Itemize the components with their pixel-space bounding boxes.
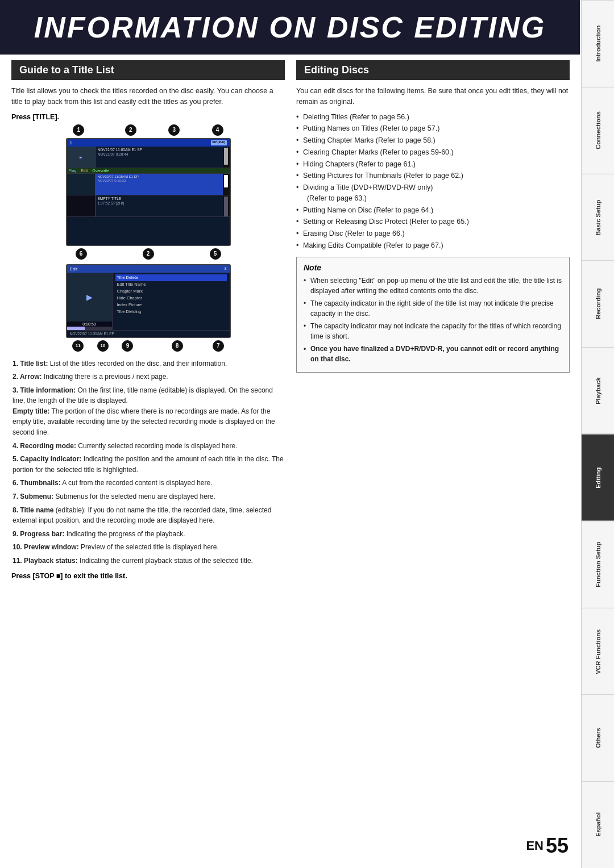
tab-introduction[interactable]: Introduction <box>582 0 614 87</box>
right-column: Editing Discs You can edit discs for the… <box>296 60 570 580</box>
tab-recording[interactable]: Recording <box>582 260 614 347</box>
numbered-descriptions: 1. Title list: List of the titles record… <box>11 358 285 566</box>
page-title: INFORMATION ON DISC EDITING <box>11 10 569 44</box>
action-row: Play Edit Overwrite <box>67 168 230 174</box>
menu-item-edit-title-name[interactable]: Edit Title Name <box>115 281 227 288</box>
tab-others[interactable]: Others <box>582 694 614 781</box>
title-list-item-1: ▶ NOV21/07 11:00AM E1 SP NOV21/07 0:20:4… <box>67 147 230 168</box>
bottom-labels-edit-screen: 11 10 9 8 7 <box>66 338 231 352</box>
note-1: The capacity indicator in the right side… <box>304 298 562 319</box>
edit-body: ▶ 0:00:59 Title Delete Edit Title Name <box>67 273 230 330</box>
label-2: 2 <box>125 124 136 136</box>
note-3: Once you have finalized a DVD+R/DVD-R, y… <box>304 344 562 364</box>
left-intro-text: Title list allows you to check the title… <box>11 86 285 107</box>
note-list: When selecting "Edit" on pop-up menu of … <box>304 276 562 364</box>
menu-item-title-delete[interactable]: Title Delete <box>115 274 227 281</box>
press-stop-instruction: Press [STOP ■] to exit the title list. <box>11 572 285 580</box>
label-7: 7 <box>213 340 224 352</box>
tab-function-setup[interactable]: Function Setup <box>582 521 614 608</box>
thumb-2 <box>67 174 96 195</box>
edit-menu: Title Delete Edit Title Name Chapter Mar… <box>113 273 230 330</box>
edit-inner: Edit 3 ▶ 0:00:59 <box>67 265 230 337</box>
tv-screen-title-list: 1 SP (2Hr) ▶ NOV21/07 11:00AM E1 SP NOV2… <box>66 138 231 246</box>
label-2b: 2 <box>143 248 154 260</box>
bullet-9: Erasing Disc (Refer to page 66.) <box>296 228 570 239</box>
note-title: Note <box>304 263 562 272</box>
label-5: 5 <box>210 248 221 260</box>
menu-item-index-picture[interactable]: Index Picture <box>115 302 227 308</box>
menu-item-chapter-mark[interactable]: Chapter Mark <box>115 288 227 295</box>
left-section-heading: Guide to a Title List <box>11 60 285 80</box>
edit-header: Edit 3 <box>67 265 230 273</box>
side-tabs: Introduction Connections Basic Setup Rec… <box>581 0 614 868</box>
main-content: Guide to a Title List Title list allows … <box>0 60 581 597</box>
label-11: 11 <box>72 340 84 352</box>
desc-5: 5. Capacity indicator: Indicating the po… <box>11 454 285 475</box>
tab-editing[interactable]: Editing <box>582 434 614 521</box>
label-3: 3 <box>168 124 180 136</box>
title-list-item-3: EMPTY TITLE 1:37:52 SP(2Hr) <box>67 195 230 217</box>
bullet-5: Setting Pictures for Thumbnails (Refer t… <box>296 170 570 181</box>
tv-inner: 1 SP (2Hr) ▶ NOV21/07 11:00AM E1 SP NOV2… <box>67 139 230 245</box>
label-6: 6 <box>76 248 87 260</box>
left-column: Guide to a Title List Title list allows … <box>11 60 285 580</box>
desc-3: 3. Title information: On the first line,… <box>11 385 285 438</box>
tab-basic-setup[interactable]: Basic Setup <box>582 174 614 261</box>
tab-playback[interactable]: Playback <box>582 347 614 434</box>
right-section-heading: Editing Discs <box>296 60 570 80</box>
page-footer: EN 55 <box>526 834 569 858</box>
bullet-1: Putting Names on Titles (Refer to page 5… <box>296 123 570 134</box>
desc-10: 10. Preview window: Preview of the selec… <box>11 542 285 553</box>
footer-page-number: 55 <box>546 834 569 858</box>
editing-bullets: Deleting Titles (Refer to page 56.) Putt… <box>296 112 570 251</box>
bullet-6: Dividing a Title (DVD+RW/DVD-RW only) (R… <box>296 182 570 204</box>
desc-8: 8. Title name (editable): If you do not … <box>11 505 285 526</box>
cap-1 <box>223 147 230 168</box>
bullet-0: Deleting Titles (Refer to page 56.) <box>296 112 570 123</box>
desc-2: 2. Arrow: Indicating there is a previous… <box>11 372 285 382</box>
bullet-8: Setting or Releasing Disc Protect (Refer… <box>296 216 570 227</box>
label-8: 8 <box>172 340 183 352</box>
label-9: 9 <box>122 340 133 352</box>
desc-4: 4. Recording mode: Currently selected re… <box>11 441 285 452</box>
desc-6: 6. Thumbnails: A cut from the recorded c… <box>11 478 285 489</box>
tab-espanol[interactable]: Español <box>582 781 614 868</box>
title-list-item-2: NOV22/07 11:35AM E1 EP NOV22/07 0:10:33 <box>67 174 230 195</box>
menu-item-title-dividing[interactable]: Title Dividing <box>115 308 227 315</box>
bullet-3: Clearing Chapter Marks (Refer to pages 5… <box>296 147 570 158</box>
progress-bar <box>67 327 112 330</box>
progress-fill <box>67 327 85 330</box>
edit-screen: Edit 3 ▶ 0:00:59 <box>66 264 231 338</box>
page-header: INFORMATION ON DISC EDITING <box>0 0 580 55</box>
thumb-3 <box>67 195 96 216</box>
desc-7: 7. Submenu: Submenus for the selected me… <box>11 491 285 502</box>
desc-11: 11. Playback status: Indicating the curr… <box>11 556 285 566</box>
footer-en-label: EN <box>526 838 544 853</box>
label-4: 4 <box>212 124 223 136</box>
right-intro-text: You can edit discs for the following ite… <box>296 86 570 107</box>
press-title-instruction: Press [TITLE]. <box>11 113 285 121</box>
info-3: EMPTY TITLE 1:37:52 SP(2Hr) <box>96 195 223 216</box>
tab-vcr-functions[interactable]: VCR Functions <box>582 608 614 695</box>
preview-img: ▶ <box>67 273 112 322</box>
info-2: NOV22/07 11:35AM E1 EP NOV22/07 0:10:33 <box>96 174 223 195</box>
bullet-7: Putting Name on Disc (Refer to page 64.) <box>296 205 570 216</box>
diagram-area: 1 2 3 4 1 SP (2Hr) <box>60 124 237 352</box>
edit-timecode: 0:00:59 <box>67 322 112 327</box>
note-2: The capacity indicator may not indicate … <box>304 321 562 341</box>
thumb-1: ▶ <box>67 147 96 168</box>
two-column-layout: Guide to a Title List Title list allows … <box>11 60 570 580</box>
note-box: Note When selecting "Edit" on pop-up men… <box>296 257 570 373</box>
info-1: NOV21/07 11:00AM E1 SP NOV21/07 0:20:44 <box>96 147 223 168</box>
tab-connections[interactable]: Connections <box>582 87 614 174</box>
cap-3 <box>223 195 230 216</box>
top-labels: 1 2 3 4 <box>66 124 231 138</box>
bullet-4: Hiding Chapters (Refer to page 61.) <box>296 159 570 170</box>
label-1: 1 <box>73 124 84 136</box>
label-10: 10 <box>97 340 109 352</box>
desc-1: 1. Title list: List of the titles record… <box>11 358 285 369</box>
cap-2 <box>223 174 230 195</box>
bullet-10: Making Edits Compatible (Refer to page 6… <box>296 240 570 251</box>
menu-item-hide-chapter[interactable]: Hide Chapter <box>115 295 227 302</box>
edit-preview: ▶ 0:00:59 <box>67 273 113 330</box>
